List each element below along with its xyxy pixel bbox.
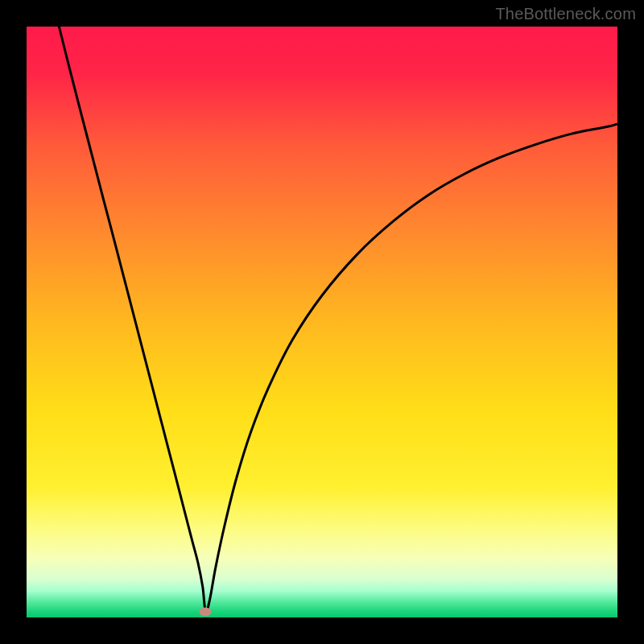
watermark-text: TheBottleneck.com bbox=[495, 5, 636, 23]
chart-frame: TheBottleneck.com bbox=[0, 0, 644, 644]
bottleneck-curve bbox=[27, 27, 617, 617]
optimum-marker bbox=[200, 607, 212, 616]
plot-area bbox=[27, 27, 617, 617]
